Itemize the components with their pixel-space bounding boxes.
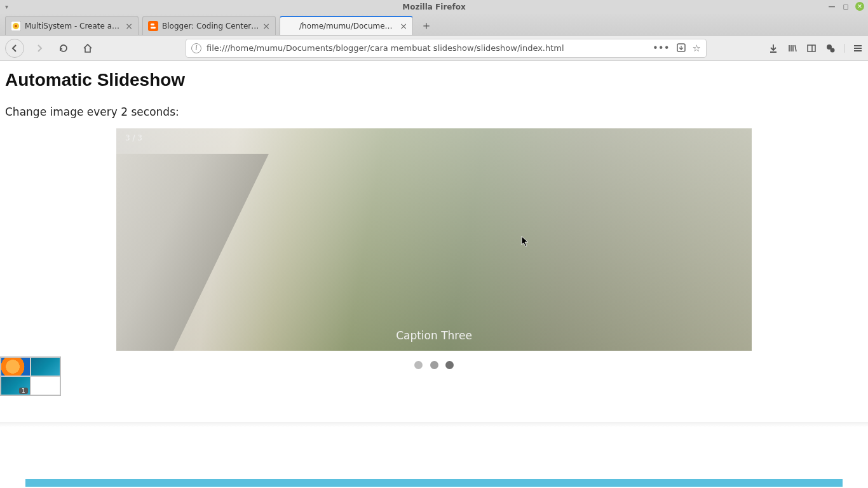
svg-point-2 <box>15 25 17 27</box>
slide-dot-2[interactable] <box>430 361 438 369</box>
favicon-blogger-icon <box>148 21 158 31</box>
reload-icon <box>58 43 69 53</box>
task-switcher-thumbs[interactable]: 1 <box>0 356 61 396</box>
window-minimize-icon[interactable]: — <box>827 2 836 11</box>
window-maximize-icon[interactable]: ◻ <box>841 2 850 11</box>
tab-label: Blogger: Coding Center - Sem <box>162 22 259 30</box>
slide-dot-3[interactable] <box>445 361 454 369</box>
thumb-desktop-2[interactable]: 1 <box>1 376 31 395</box>
favicon-file-icon <box>285 21 295 31</box>
home-icon <box>83 43 93 53</box>
back-button[interactable] <box>5 39 24 58</box>
page-footer-area <box>0 418 868 488</box>
tab-label: MultiSystem - Create a MultiB <box>25 22 121 30</box>
slide-dot-1[interactable] <box>414 361 423 369</box>
extension-icon[interactable] <box>825 43 836 53</box>
home-button[interactable] <box>79 39 97 57</box>
slideshow-container: 3 / 3 Caption Three <box>116 128 752 372</box>
page-actions-icon[interactable]: ••• <box>653 43 670 54</box>
tab-close-icon[interactable]: × <box>125 21 133 31</box>
sidebar-icon[interactable] <box>806 43 817 53</box>
window-titlebar: ▾ Mozilla Firefox — ◻ ✕ <box>0 0 868 14</box>
svg-rect-5 <box>151 27 156 29</box>
slide-caption: Caption Three <box>116 329 752 342</box>
bookmark-star-icon[interactable]: ☆ <box>693 43 701 54</box>
svg-point-10 <box>831 48 835 52</box>
tab-strip: MultiSystem - Create a MultiB × Blogger:… <box>0 14 868 36</box>
page-heading: Automatic Slideshow <box>5 70 863 90</box>
forward-button[interactable] <box>31 39 48 57</box>
tab-close-icon[interactable]: × <box>400 21 407 31</box>
new-tab-button[interactable]: ＋ <box>417 16 436 35</box>
nav-toolbar: i file:///home/mumu/Documents/blogger/ca… <box>0 36 868 61</box>
thumb-desktop-1[interactable] <box>31 357 60 376</box>
url-text: file:///home/mumu/Documents/blogger/cara… <box>207 43 648 53</box>
svg-rect-3 <box>148 21 158 31</box>
footer-accent-bar <box>25 479 843 487</box>
svg-rect-4 <box>151 24 154 25</box>
arrow-left-icon <box>10 44 19 53</box>
slide-image <box>116 128 752 351</box>
window-title: Mozilla Firefox <box>402 3 465 11</box>
slide: 3 / 3 Caption Three <box>116 128 752 351</box>
tab-local-file[interactable]: /home/mumu/Documents/blogge × <box>280 16 413 35</box>
app-menu-icon[interactable] <box>844 44 863 53</box>
thumb-empty[interactable] <box>31 376 60 395</box>
page-subtext: Change image every 2 seconds: <box>5 105 863 118</box>
tab-blogger[interactable]: Blogger: Coding Center - Sem × <box>142 16 276 35</box>
favicon-multisystem-icon <box>11 21 21 31</box>
thumb-firefox[interactable] <box>1 357 31 376</box>
thumb-badge: 1 <box>19 388 28 394</box>
mouse-cursor-icon <box>521 236 530 247</box>
slide-number-text: 3 / 3 <box>125 133 142 142</box>
tab-multisystem[interactable]: MultiSystem - Create a MultiB × <box>5 16 139 35</box>
reader-mode-icon[interactable] <box>676 43 686 54</box>
arrow-right-icon <box>35 44 44 53</box>
app-menu-dropdown-icon[interactable]: ▾ <box>5 3 8 10</box>
tab-label: /home/mumu/Documents/blogge <box>299 22 396 30</box>
downloads-icon[interactable] <box>768 43 778 53</box>
divider-shadow <box>0 422 868 427</box>
page-viewport: Automatic Slideshow Change image every 2… <box>0 61 868 488</box>
library-icon[interactable] <box>787 43 797 53</box>
window-close-icon[interactable]: ✕ <box>855 2 864 11</box>
tab-close-icon[interactable]: × <box>262 21 270 31</box>
reload-button[interactable] <box>55 39 72 57</box>
slide-dots <box>116 360 752 372</box>
site-info-icon[interactable]: i <box>191 43 201 53</box>
svg-rect-7 <box>808 45 815 51</box>
url-bar[interactable]: i file:///home/mumu/Documents/blogger/ca… <box>186 39 707 58</box>
